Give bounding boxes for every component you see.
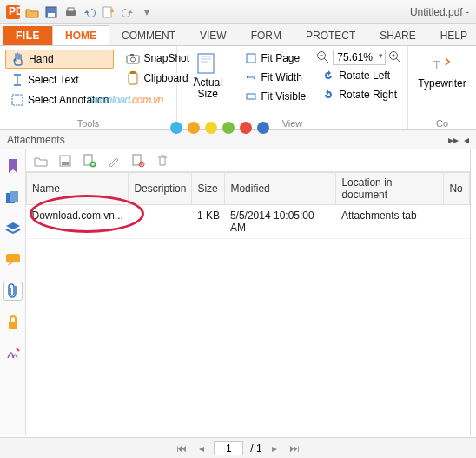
tab-protect[interactable]: PROTECT: [294, 26, 367, 45]
typewriter-button[interactable]: T Typewriter: [413, 50, 471, 91]
attachments-panel: Name Description Size Modified Location …: [26, 149, 471, 435]
typewriter-label: Typewriter: [418, 77, 466, 90]
qat-dropdown-icon[interactable]: ▾: [139, 4, 155, 20]
tab-home[interactable]: HOME: [52, 25, 109, 45]
svg-rect-22: [9, 322, 17, 329]
typewriter-icon: T: [430, 51, 454, 76]
svg-rect-11: [129, 73, 137, 84]
print-icon[interactable]: [63, 4, 78, 20]
new-star-icon[interactable]: [101, 4, 116, 20]
nav-signatures-icon[interactable]: [3, 344, 23, 363]
main-area: Name Description Size Modified Location …: [0, 149, 476, 435]
ribbon-group-tools: Hand Select Text Select Annotation SnapS…: [0, 46, 177, 129]
last-page-button[interactable]: ⏭: [287, 442, 302, 455]
app-icon: PDF: [5, 4, 21, 20]
attachments-panel-header: Attachments ▸▸ ◂: [0, 130, 476, 149]
attachments-toolbar: [26, 149, 470, 172]
nav-attachments-icon[interactable]: [3, 282, 23, 301]
actual-size-label: Actual Size: [188, 77, 228, 100]
view-group-label: View: [177, 118, 407, 129]
svg-point-9: [131, 57, 136, 62]
svg-rect-8: [127, 56, 139, 63]
table-row[interactable]: Download.com.vn... 1 KB 5/5/2014 10:05:0…: [27, 205, 470, 239]
actual-size-button[interactable]: Actual Size: [182, 50, 234, 102]
tab-help[interactable]: HELP: [428, 26, 476, 45]
attachment-settings-icon[interactable]: [130, 153, 146, 169]
select-annotation-button[interactable]: Select Annotation: [5, 91, 114, 109]
svg-rect-14: [247, 54, 255, 63]
rotate-right-label: Rotate Right: [339, 89, 397, 101]
delete-attachment-icon[interactable]: [155, 153, 170, 169]
fit-width-button[interactable]: Fit Width: [239, 69, 312, 86]
rotate-left-icon: [321, 69, 335, 83]
rotate-right-button[interactable]: Rotate Right: [316, 86, 402, 103]
svg-rect-21: [6, 254, 20, 262]
prev-page-button[interactable]: ◂: [196, 442, 207, 455]
cell-description: [129, 205, 192, 239]
svg-rect-10: [130, 54, 134, 56]
select-text-button[interactable]: Select Text: [5, 71, 114, 89]
undo-icon[interactable]: [82, 4, 97, 20]
edit-attachment-icon[interactable]: [106, 153, 122, 169]
fit-page-icon: [244, 51, 258, 65]
ribbon-group-view: Actual Size Fit Page Fit Width Fit Visib…: [177, 46, 408, 129]
svg-rect-7: [12, 95, 23, 105]
fit-width-label: Fit Width: [261, 71, 302, 83]
col-no[interactable]: No: [444, 173, 470, 205]
col-description[interactable]: Description: [129, 173, 192, 205]
nav-layers-icon[interactable]: [3, 219, 23, 238]
open-attachment-icon[interactable]: [33, 153, 49, 169]
page-input[interactable]: 1: [214, 441, 243, 455]
camera-icon: [126, 51, 140, 65]
zoom-in-icon[interactable]: [388, 50, 402, 64]
save-icon[interactable]: [43, 4, 59, 20]
open-icon[interactable]: [24, 4, 40, 20]
col-size[interactable]: Size: [192, 173, 225, 205]
first-page-button[interactable]: ⏮: [174, 442, 189, 455]
next-page-button[interactable]: ▸: [269, 442, 280, 455]
col-location[interactable]: Location in document: [336, 173, 444, 205]
zoom-out-icon[interactable]: [316, 50, 330, 64]
col-modified[interactable]: Modified: [225, 173, 336, 205]
panel-collapse-icon[interactable]: ▸▸: [448, 134, 459, 146]
nav-comments-icon[interactable]: [3, 250, 23, 269]
redo-icon[interactable]: [120, 4, 136, 20]
fit-visible-button[interactable]: Fit Visible: [239, 88, 312, 105]
attachments-title: Attachments: [7, 134, 65, 146]
title-bar: PDF ▾ Untitled.pdf -: [0, 0, 476, 24]
tab-share[interactable]: SHARE: [367, 26, 427, 45]
save-attachment-icon[interactable]: [57, 153, 73, 169]
nav-bookmarks-icon[interactable]: [3, 156, 23, 176]
tab-file[interactable]: FILE: [3, 26, 52, 45]
fit-page-button[interactable]: Fit Page: [239, 50, 312, 67]
zoom-combo[interactable]: 75.61%: [333, 50, 386, 65]
panel-prev-icon[interactable]: ◂: [464, 134, 469, 146]
svg-rect-3: [48, 13, 55, 17]
hand-label: Hand: [29, 53, 54, 65]
rotate-left-button[interactable]: Rotate Left: [316, 67, 402, 84]
tab-form[interactable]: FORM: [239, 26, 294, 45]
rotate-right-icon: [321, 88, 335, 102]
tab-view[interactable]: VIEW: [188, 26, 239, 45]
hand-tool-button[interactable]: Hand: [5, 50, 114, 69]
svg-rect-6: [103, 7, 111, 17]
document-sliver: [471, 149, 476, 435]
nav-sidebar: [0, 149, 26, 435]
nav-pages-icon[interactable]: [3, 188, 23, 207]
text-cursor-icon: [10, 73, 24, 87]
fit-page-label: Fit Page: [261, 52, 301, 64]
actual-size-icon: [195, 51, 220, 76]
cell-name: Download.com.vn...: [27, 205, 129, 239]
cell-size: 1 KB: [192, 205, 225, 239]
tab-comment[interactable]: COMMENT: [109, 26, 188, 45]
col-name[interactable]: Name: [27, 173, 129, 205]
select-annotation-label: Select Annotation: [28, 94, 109, 106]
fit-visible-label: Fit Visible: [261, 90, 307, 103]
comment-group-label-cut: Co: [408, 118, 476, 129]
add-attachment-icon[interactable]: [82, 153, 97, 169]
rotate-left-label: Rotate Left: [339, 70, 390, 82]
nav-security-icon[interactable]: [3, 313, 23, 332]
ribbon: Hand Select Text Select Annotation SnapS…: [0, 45, 476, 130]
fit-width-icon: [244, 70, 258, 84]
svg-rect-20: [10, 191, 18, 202]
